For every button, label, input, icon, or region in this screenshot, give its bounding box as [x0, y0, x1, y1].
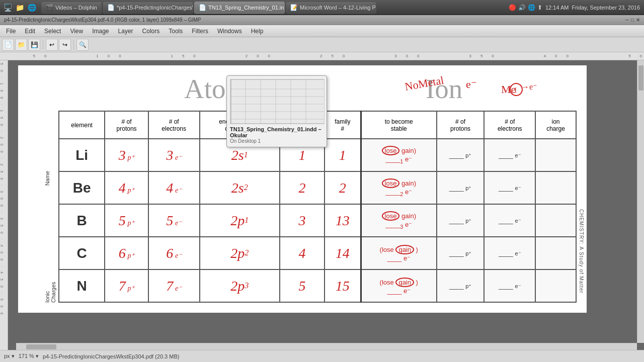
- be-stable: lose gain) ____2 e⁻: [361, 171, 436, 204]
- c-distribution: 2p2: [200, 237, 280, 269]
- menubar: File Edit Select View Image Layer Colors…: [0, 25, 644, 37]
- tray-notification-icon: 🔴: [509, 4, 516, 11]
- taskbar-right: 🔴 🔊 🌐 ⬆ 12:14 AM Friday, September 23, 2…: [505, 4, 644, 11]
- th-family: family#: [325, 111, 361, 139]
- n-ion-charge: [535, 269, 576, 302]
- tray-network-icon: 🌐: [528, 4, 535, 11]
- li-protons: 3 p⁺: [105, 139, 148, 171]
- th-electrons: # ofelectrons: [148, 111, 200, 139]
- menu-help[interactable]: Help: [247, 27, 268, 36]
- element-c: C: [59, 237, 105, 269]
- element-n: N: [59, 269, 105, 302]
- be-ion-charge: [535, 171, 576, 204]
- li-family: 1: [325, 139, 361, 171]
- b-ion-charge: [535, 204, 576, 237]
- redo-btn[interactable]: ↪: [59, 39, 71, 51]
- c-ion-protons: ____ p⁺: [437, 237, 485, 269]
- b-ion-protons: ____ p⁺: [437, 204, 485, 237]
- tab-predicting[interactable]: 📄 *p4-15-PredictingIonicChargesW...: [103, 2, 193, 14]
- n-distribution: 2p3: [200, 269, 280, 302]
- gimp-close-btn[interactable]: ✕: [636, 17, 640, 23]
- status-zoom: 171 % ▾: [19, 353, 39, 359]
- menu-colors[interactable]: Colors: [138, 27, 164, 36]
- li-stable: lose gain) ____1 e⁻: [361, 139, 436, 171]
- chemistry-side-label: CHEMISTRY: A Study of Matter: [579, 126, 584, 313]
- zoom-btn[interactable]: 🔍: [76, 39, 89, 51]
- scrollbar-horizontal[interactable]: [16, 343, 637, 350]
- n-family: 15: [325, 269, 361, 302]
- new-file-btn[interactable]: 📄: [2, 39, 14, 51]
- b-ion-electrons: ____ e⁻: [484, 204, 535, 237]
- tab-predicting-label: *p4-15-PredictingIonicChargesW...: [117, 5, 193, 11]
- taskbar-left: 🖥️ 📁 🌐: [0, 2, 39, 13]
- c-stable: (lose gain ) ____ e⁻: [361, 237, 436, 269]
- svg-rect-0: [230, 79, 324, 124]
- c-protons: 6 p⁺: [105, 237, 148, 269]
- tab-predicting-icon: 📄: [107, 4, 115, 11]
- tray-volume-icon: 🔊: [518, 4, 526, 11]
- gimp-titlebar: p4-15-PredictingIonicChargesWkstEp304.pd…: [0, 15, 644, 25]
- be-ion-electrons: ____ e⁻: [484, 171, 535, 204]
- b-protons: 5 p⁺: [105, 204, 148, 237]
- browser-icon[interactable]: 🌐: [26, 2, 37, 13]
- element-li: Li: [59, 139, 105, 171]
- menu-tools[interactable]: Tools: [165, 27, 187, 36]
- be-distribution: 2s2: [200, 171, 280, 204]
- svg-text:→e⁻: →e⁻: [521, 82, 537, 91]
- table-row: Be 4 p⁺ 4 e⁻ 2s2: [59, 171, 576, 204]
- tooltip-preview-image: [230, 79, 325, 124]
- main-area: TN13_Spring_Chemistry_01.indd – Okular O…: [0, 60, 644, 350]
- scrollbar-v-thumb[interactable]: [638, 65, 643, 90]
- tab-msword[interactable]: 📝 Microsoft Word – 4-12-Living Perio...: [286, 2, 376, 14]
- preview-svg: [230, 79, 324, 124]
- menu-image[interactable]: Image: [88, 27, 113, 36]
- n-ion-protons: ____ p⁺: [437, 269, 485, 302]
- tab-videos[interactable]: 🎬 Videos – Dolphin: [41, 2, 102, 14]
- b-family: 13: [325, 204, 361, 237]
- taskbar-date: Friday, September 23, 2016: [572, 5, 640, 11]
- toolbar-sep2: [73, 40, 74, 50]
- menu-view[interactable]: View: [66, 27, 87, 36]
- scrollbar-h-thumb[interactable]: [26, 344, 56, 349]
- scrollbar-vertical[interactable]: [637, 60, 644, 343]
- menu-edit[interactable]: Edit: [21, 27, 39, 36]
- th-stable: to becomestable: [361, 111, 436, 139]
- c-valence: 4: [280, 237, 325, 269]
- undo-btn[interactable]: ↩: [46, 39, 58, 51]
- filemanager-icon[interactable]: 📁: [14, 2, 25, 13]
- menu-file[interactable]: File: [2, 27, 20, 36]
- be-protons: 4 p⁺: [105, 171, 148, 204]
- ruler-vertical: 50·100·150·200·250·300·350·400·450·500: [0, 60, 8, 350]
- be-ion-protons: ____ p⁺: [437, 171, 485, 204]
- menu-select[interactable]: Select: [40, 27, 65, 36]
- ruler-v-markings: 50·100·150·200·250·300·350·400·450·500: [0, 60, 4, 319]
- tab-tn13[interactable]: 📄 TN13_Spring_Chemistry_01.indd – ...: [194, 2, 285, 14]
- tab-msword-label: Microsoft Word – 4-12-Living Perio...: [300, 5, 376, 11]
- tab-videos-label: Videos – Dolphin: [55, 5, 97, 11]
- svg-text:e⁻: e⁻: [466, 78, 477, 90]
- gimp-minimize-btn[interactable]: ─: [625, 17, 629, 23]
- menu-filters[interactable]: Filters: [188, 27, 212, 36]
- th-element: element: [59, 111, 105, 139]
- status-unit[interactable]: px ▾: [4, 353, 15, 359]
- be-family: 2: [325, 171, 361, 204]
- table-row: N 7 p⁺ 7 e⁻ 2p3: [59, 269, 576, 302]
- tooltip-subtitle: On Desktop 1: [230, 138, 324, 144]
- be-valence: 2: [280, 171, 325, 204]
- ionic-side-label: Ionic Charges: [44, 272, 56, 303]
- b-electrons: 5 e⁻: [148, 204, 200, 237]
- toolbar: 📄 📁 💾 ↩ ↪ 🔍: [0, 37, 644, 52]
- open-btn[interactable]: 📁: [15, 39, 27, 51]
- be-electrons: 4 e⁻: [148, 171, 200, 204]
- menu-layer[interactable]: Layer: [114, 27, 137, 36]
- c-family: 14: [325, 237, 361, 269]
- b-distribution: 2p1: [200, 204, 280, 237]
- system-menu-icon[interactable]: 🖥️: [2, 2, 13, 13]
- c-electrons: 6 e⁻: [148, 237, 200, 269]
- save-btn[interactable]: 💾: [28, 39, 40, 51]
- gimp-maximize-btn[interactable]: □: [631, 17, 634, 23]
- name-side-label: Name: [44, 171, 50, 186]
- toolbar-sep1: [43, 40, 43, 50]
- tooltip-popup: TN13_Spring_Chemistry_01.indd – Okular O…: [226, 75, 327, 147]
- menu-windows[interactable]: Windows: [213, 27, 246, 36]
